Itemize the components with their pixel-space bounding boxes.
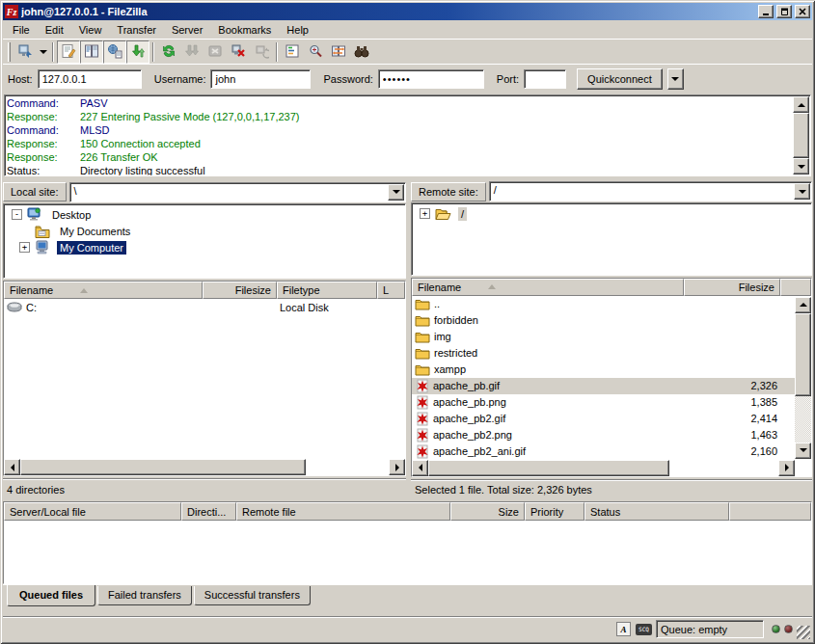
menu-bookmarks[interactable]: Bookmarks xyxy=(210,22,279,38)
disconnect-button[interactable] xyxy=(227,40,250,64)
scroll-up-button[interactable] xyxy=(795,297,811,313)
column-header-status[interactable]: Status xyxy=(584,502,729,521)
remote-file-row[interactable]: apache_pb.png 1,385 xyxy=(412,394,795,411)
expand-toggle[interactable]: + xyxy=(420,208,430,219)
remote-file-row[interactable]: .. xyxy=(412,296,795,312)
process-queue-button[interactable] xyxy=(180,40,204,64)
quickconnect-button[interactable]: Quickconnect xyxy=(577,68,663,90)
log-line: Response:150 Connection accepted xyxy=(7,137,808,150)
username-input[interactable] xyxy=(210,69,311,89)
scrollbar-track[interactable] xyxy=(306,459,389,475)
expand-toggle[interactable]: + xyxy=(19,242,30,253)
menu-view[interactable]: View xyxy=(71,22,110,38)
scroll-down-button[interactable] xyxy=(795,443,811,459)
column-header-filename[interactable]: Filename xyxy=(412,279,684,296)
column-header-filesize[interactable]: Filesize xyxy=(203,282,277,299)
remote-vertical-scrollbar[interactable] xyxy=(795,297,811,459)
port-input[interactable] xyxy=(524,69,566,89)
filter-button[interactable] xyxy=(281,40,304,64)
remote-file-row[interactable]: apache_pb2_ani.gif 2,160 xyxy=(412,443,795,460)
toggle-transfer-queue-button[interactable] xyxy=(126,40,149,64)
remote-horizontal-scrollbar[interactable] xyxy=(412,460,795,476)
local-site-combo[interactable]: \ xyxy=(69,182,406,202)
scroll-left-button[interactable] xyxy=(412,460,428,476)
resize-grip[interactable] xyxy=(797,626,810,639)
quickconnect-dropdown[interactable] xyxy=(667,68,684,90)
maximize-button[interactable] xyxy=(776,5,792,18)
local-file-row[interactable]: C: Local Disk xyxy=(4,299,405,315)
refresh-button[interactable] xyxy=(157,40,180,64)
menu-file[interactable]: File xyxy=(5,22,38,38)
reconnect-button[interactable] xyxy=(250,40,273,64)
directory-comparison-button[interactable] xyxy=(304,40,327,64)
scrollbar-thumb[interactable] xyxy=(793,113,809,158)
scroll-up-button[interactable] xyxy=(793,96,809,113)
site-manager-dropdown[interactable] xyxy=(37,41,49,63)
remote-file-row[interactable]: restricted xyxy=(412,345,795,362)
remote-file-row[interactable]: apache_pb2.png 1,463 xyxy=(412,427,795,443)
toggle-message-log-button[interactable] xyxy=(57,40,80,64)
tree-item-my-computer[interactable]: + My Computer xyxy=(6,239,403,255)
local-list-body: C: Local Disk xyxy=(4,299,405,459)
tab-successful-transfers[interactable]: Successful transfers xyxy=(194,586,311,605)
find-files-button[interactable] xyxy=(350,40,373,64)
column-header-server-local-file[interactable]: Server/Local file xyxy=(4,502,181,521)
scrollbar-track[interactable] xyxy=(669,460,778,476)
password-input[interactable] xyxy=(378,69,484,89)
scrollbar-thumb[interactable] xyxy=(428,460,669,476)
toggle-remote-tree-button[interactable] xyxy=(103,40,126,64)
binoculars-icon xyxy=(354,43,369,61)
remote-file-row[interactable]: img xyxy=(412,329,795,345)
host-input[interactable] xyxy=(38,69,142,89)
tree-item-root[interactable]: + / xyxy=(414,205,809,222)
activity-led-green xyxy=(772,625,780,633)
close-button[interactable] xyxy=(795,5,810,18)
tree-item-desktop[interactable]: - Desktop xyxy=(6,206,403,223)
speed-limit-icon[interactable]: SCQ xyxy=(636,621,652,637)
synchronized-browsing-button[interactable] xyxy=(327,40,350,64)
scroll-right-button[interactable] xyxy=(778,460,795,476)
toolbar-grip[interactable] xyxy=(8,42,11,62)
cancel-operation-button[interactable] xyxy=(204,40,227,64)
chevron-down-icon xyxy=(671,77,679,81)
local-horizontal-scrollbar[interactable] xyxy=(4,459,405,475)
collapse-toggle[interactable]: - xyxy=(12,209,22,220)
remote-file-row[interactable]: apache_pb2.gif 2,414 xyxy=(412,411,795,427)
log-vertical-scrollbar[interactable] xyxy=(793,96,809,174)
column-header-filename[interactable]: Filename xyxy=(4,282,203,299)
scrollbar-thumb[interactable] xyxy=(795,313,811,396)
column-header-filetype[interactable]: Filetype xyxy=(277,282,377,299)
remote-file-row[interactable]: forbidden xyxy=(412,312,795,329)
local-site-row: Local site: \ xyxy=(3,180,406,203)
scroll-right-button[interactable] xyxy=(389,459,405,475)
tab-failed-transfers[interactable]: Failed transfers xyxy=(97,586,192,605)
column-header-remote-file[interactable]: Remote file xyxy=(236,502,450,521)
local-site-dropdown[interactable] xyxy=(388,184,404,201)
menu-transfer[interactable]: Transfer xyxy=(109,22,164,38)
menu-edit[interactable]: Edit xyxy=(38,22,71,38)
data-type-indicator[interactable]: A xyxy=(615,621,632,637)
column-header-direction[interactable]: Directi... xyxy=(181,502,236,521)
tab-queued-files[interactable]: Queued files xyxy=(7,585,95,606)
tree-item-my-documents[interactable]: My Documents xyxy=(6,223,403,239)
folder-icon xyxy=(415,331,430,343)
minimize-button[interactable] xyxy=(758,5,774,18)
scroll-down-button[interactable] xyxy=(793,158,809,174)
scrollbar-thumb[interactable] xyxy=(20,459,306,475)
column-header-last-modified[interactable]: L xyxy=(377,282,405,299)
remote-file-row[interactable]: xampp xyxy=(412,362,795,378)
site-manager-button[interactable] xyxy=(14,40,37,64)
column-header-priority[interactable]: Priority xyxy=(525,502,584,521)
scroll-left-button[interactable] xyxy=(4,459,20,475)
scrollbar-track[interactable] xyxy=(795,396,811,443)
remote-file-row-selected[interactable]: apache_pb.gif 2,326 xyxy=(412,378,795,394)
column-header-filesize[interactable]: Filesize xyxy=(684,279,780,296)
toggle-local-tree-button[interactable] xyxy=(80,40,103,64)
menu-server[interactable]: Server xyxy=(164,22,210,38)
site-manager-icon xyxy=(17,43,33,61)
column-header-size[interactable]: Size xyxy=(450,502,525,521)
menu-help[interactable]: Help xyxy=(279,22,316,38)
image-file-icon xyxy=(415,444,429,459)
remote-site-dropdown[interactable] xyxy=(794,183,810,200)
remote-site-combo[interactable]: / xyxy=(489,181,812,201)
